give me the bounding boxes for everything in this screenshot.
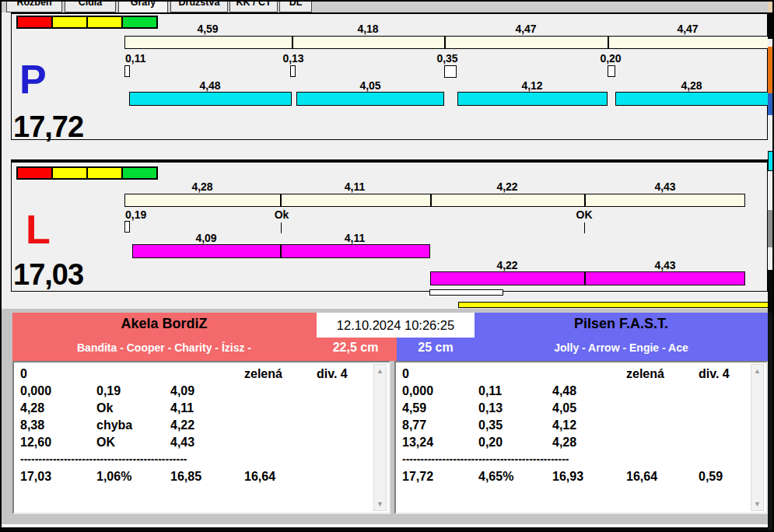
lane-total-l: 17,03	[13, 260, 83, 289]
total-best: 16,64	[244, 470, 275, 484]
scrollbar[interactable]: ▲ ▼	[751, 364, 764, 511]
crossing-marker	[290, 65, 296, 77]
light-red-icon	[16, 166, 53, 180]
team-name-right: Pilsen F.A.S.T.	[475, 316, 768, 332]
results-table-left[interactable]: 0 zelená div. 4 0,000 0,19 4,09 4,28 Ok …	[12, 361, 391, 514]
table-cell: Ok	[96, 401, 113, 415]
tab-rozbeh[interactable]: Rozběh	[6, 2, 62, 12]
window-bottom-edge	[2, 527, 774, 532]
crossing-marker	[124, 221, 130, 233]
dog-names-right: Jolly - Arrow - Engie - Ace	[475, 341, 768, 354]
desktop-fragment	[768, 2, 774, 12]
desktop-fragment	[768, 313, 774, 532]
run-time-label: 4,43	[654, 259, 675, 271]
table-cell: 4,59	[402, 401, 426, 415]
rerun-marker-bar	[429, 289, 503, 296]
scroll-up-icon[interactable]: ▲	[751, 365, 763, 377]
table-cell: 4,09	[170, 384, 194, 398]
crossing-tick	[584, 222, 585, 233]
run-number: 0	[402, 367, 409, 381]
split-timeline-bar-p	[124, 36, 769, 49]
division-label: div. 4	[699, 367, 730, 381]
crossing-marker	[608, 65, 615, 77]
table-cell: 13,24	[402, 436, 433, 450]
lane-letter-l: L	[26, 209, 51, 250]
light-yellow2-icon	[86, 166, 123, 180]
table-cell: 4,48	[552, 384, 576, 398]
crossing-time-label: 0,35	[436, 52, 457, 65]
tab-bar: Rozběh Čidla Grafy Družstva KK / ČT DL	[2, 2, 768, 12]
results-table-right[interactable]: 0 zelená div. 4 0,000 0,11 4,48 4,59 0,1…	[394, 361, 768, 514]
table-cell: 0,000	[20, 384, 51, 398]
table-cell: 0,11	[478, 384, 502, 398]
light-yellow2-icon	[86, 16, 123, 29]
table-cell: 0,13	[478, 401, 503, 415]
crossing-tick	[281, 222, 282, 233]
light-green-icon	[121, 166, 158, 180]
crossing-time-label: 0,11	[125, 52, 145, 65]
table-cell: 8,77	[402, 418, 426, 432]
start-lights-l	[18, 166, 158, 180]
table-cell: 0,20	[478, 436, 503, 450]
total-net: 16,93	[552, 470, 583, 484]
table-cell: 0,19	[96, 384, 121, 398]
scroll-down-icon[interactable]: ▼	[751, 498, 763, 510]
table-cell: 12,60	[20, 436, 51, 450]
split-time-label: 4,22	[496, 180, 517, 193]
tab-dl[interactable]: DL	[279, 2, 312, 12]
crossing-marker	[124, 65, 130, 77]
crossing-time-label: 0,19	[125, 208, 146, 221]
split-time-label: 4,47	[515, 23, 536, 35]
tab-cidla[interactable]: Čidla	[65, 2, 116, 12]
run-bar-p	[615, 92, 769, 106]
table-cell: 8,38	[20, 418, 44, 432]
light-green-icon	[121, 16, 158, 29]
run-bar-p	[457, 92, 608, 106]
jump-height-left: 22,5 cm	[317, 341, 394, 355]
crossing-time-label: 0,13	[282, 52, 303, 65]
table-cell: 4,11	[170, 401, 194, 415]
table-cell: 4,22	[170, 418, 194, 432]
crossing-status-label: Ok	[275, 208, 289, 221]
split-time-label: 4,43	[654, 180, 675, 193]
run-time-label: 4,11	[345, 232, 365, 244]
desktop-icon-blue	[768, 93, 774, 115]
scroll-down-icon[interactable]: ▼	[374, 498, 386, 510]
light-status: zelená	[626, 367, 664, 381]
flyball-timer-window: Rozběh Čidla Grafy Družstva KK / ČT DL 4…	[0, 0, 774, 532]
lane-letter-p: P	[19, 59, 47, 100]
light-status: zelená	[244, 367, 282, 381]
light-red-icon	[16, 16, 53, 29]
table-cell: 0,35	[478, 418, 503, 432]
split-time-label: 4,47	[677, 23, 698, 35]
table-cell: OK	[96, 436, 115, 450]
total-pct: 4,65%	[478, 470, 513, 484]
total-net: 16,85	[170, 470, 201, 484]
scroll-up-icon[interactable]: ▲	[374, 365, 386, 377]
table-cell: 4,12	[552, 418, 576, 432]
tab-grafy[interactable]: Grafy	[118, 2, 168, 12]
light-yellow1-icon	[51, 166, 88, 180]
crossing-time-label: 0,20	[600, 52, 621, 65]
split-time-label: 4,28	[191, 180, 212, 193]
lane-p-panel: 4,59 4,18 4,47 4,47 0,11 0,13 0,35 0,20 …	[11, 12, 768, 140]
total-best: 16,64	[626, 470, 657, 484]
team-name-left: Akela BordiZ	[12, 316, 316, 332]
table-cell: 4,28	[552, 436, 576, 450]
split-time-label: 4,18	[357, 23, 378, 35]
total-diff: 0,59	[699, 470, 723, 484]
tab-druzstva[interactable]: Družstva	[170, 2, 228, 12]
crossing-status-label: OK	[576, 208, 593, 221]
start-lights-p	[18, 16, 158, 29]
run-bar-l-row2	[430, 271, 745, 285]
total-time: 17,72	[402, 470, 433, 484]
separator-line: ----------------------------------------…	[402, 453, 667, 465]
in-progress-bar	[458, 302, 770, 308]
scrollbar[interactable]: ▲ ▼	[373, 364, 387, 511]
split-time-label: 4,59	[197, 23, 218, 35]
tab-kk-ct[interactable]: KK / ČT	[229, 2, 278, 12]
run-time-label: 4,05	[359, 79, 380, 92]
split-time-label: 4,11	[345, 180, 365, 193]
desktop-icon-gray	[768, 210, 774, 247]
run-time-label: 4,28	[681, 79, 702, 92]
